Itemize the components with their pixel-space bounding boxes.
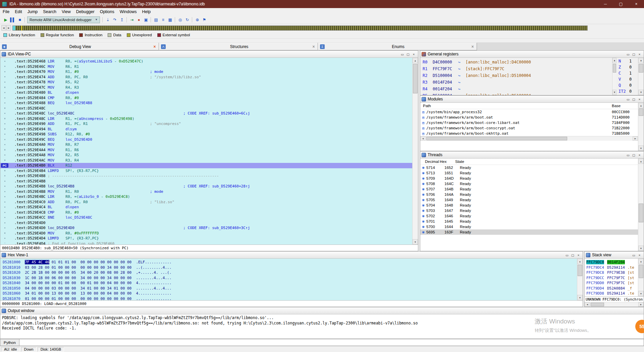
- modules-header[interactable]: Path Base: [420, 103, 638, 109]
- modules-titlebar[interactable]: Modules ▭ ▢ ×: [420, 96, 644, 103]
- asm-line[interactable]: .text:D529E4BC LDR R0, =(aLibzSo_0 - 0xD…: [0, 194, 412, 200]
- tab-enums[interactable]: ΣEnums×: [318, 43, 477, 50]
- hex-row[interactable]: D5281030 1C 00 1B 00 06 00 00 00 34 00 0…: [3, 275, 577, 281]
- scroll-up-icon[interactable]: ▲: [638, 58, 644, 63]
- thread-row[interactable]: ◉57011645Ready: [420, 219, 638, 224]
- step-into-icon[interactable]: ⇣: [104, 16, 111, 23]
- register-row[interactable]: R30014F204↪: [423, 79, 612, 86]
- asm-line[interactable]: .text:D529E4C8 CMP R0, #0: [0, 210, 412, 215]
- stack-scrollbar[interactable]: ▲ ▼: [638, 259, 644, 296]
- scroll-right-icon[interactable]: ►: [633, 136, 638, 141]
- column-decimal[interactable]: Decimal: [420, 160, 440, 164]
- scroll-left-icon[interactable]: ◄: [585, 302, 590, 307]
- scroll-up-icon[interactable]: ▲: [638, 159, 644, 164]
- scrollbar-thumb[interactable]: [426, 137, 567, 140]
- column-base[interactable]: Base: [612, 104, 638, 108]
- asm-line[interactable]: .text:D529E4B8 loc_D529E4B8 ; CODE XREF:…: [0, 184, 412, 189]
- scroll-down-icon[interactable]: ▼: [638, 90, 644, 95]
- continue-process-icon[interactable]: ▶: [2, 16, 9, 23]
- register-row[interactable]: R1FFC79F7C↪[stack]:FFC79F7C: [423, 65, 612, 72]
- panel-restore-button[interactable]: ▭: [564, 253, 570, 258]
- thread-row[interactable]: ◉57051649Ready: [420, 197, 638, 203]
- scroll-down-icon[interactable]: ▼: [638, 291, 644, 296]
- asm-line[interactable]: .text:D529E4D0 loc_D529E4D0 ; CODE XREF:…: [0, 225, 412, 231]
- breakpoint-list-icon[interactable]: ▣: [142, 16, 149, 23]
- follow-arrow-icon[interactable]: ↪: [458, 67, 466, 71]
- threads-scrollbar[interactable]: ▲ ▼: [638, 159, 644, 251]
- disassembly-scrollbar[interactable]: ▲ ▼: [412, 58, 418, 245]
- thread-row[interactable]: ◉5695163FReady: [420, 229, 638, 235]
- asm-line[interactable]: .text:D529E48C loc_D529E48C ; CODE XREF:…: [0, 111, 412, 116]
- scroll-right-icon[interactable]: ►: [638, 302, 644, 307]
- scroll-up-icon[interactable]: ▲: [638, 259, 644, 264]
- thread-row[interactable]: ◉57021646Ready: [420, 213, 638, 219]
- panel-restore-button[interactable]: ▭: [625, 97, 631, 102]
- module-row[interactable]: ▤/system/framework/arm/boot.oat7114D000: [420, 115, 638, 120]
- hex-row[interactable]: D5281020 2C 2B 1B 00 00 00 00 05 34 00 2…: [3, 270, 577, 275]
- hex-row[interactable]: D5281010 03 00 28 00 01 00 00 00 00 00 0…: [3, 265, 577, 270]
- asm-line[interactable]: .text:D529E4A0 MOV R0, R7: [0, 142, 412, 147]
- asm-line[interactable]: .text:D529E46C MOV R6, R1: [0, 64, 412, 70]
- scrollbar-thumb[interactable]: [578, 265, 582, 276]
- navband-left-arrow-icon[interactable]: ◄: [1, 25, 6, 31]
- open-modules-icon[interactable]: ▤: [152, 16, 159, 23]
- hex-dump-listing[interactable]: D5281000 7F 45 4C 46 01 01 01 00 00 00 0…: [0, 259, 577, 300]
- navband-right-arrow-icon[interactable]: ►: [6, 25, 11, 31]
- asm-line[interactable]: .text:D529E498 SUBS R12, R0, #0: [0, 132, 412, 137]
- scroll-down-icon[interactable]: ▼: [638, 246, 644, 251]
- registers-titlebar[interactable]: General registers ▭ ▢ ×: [420, 51, 644, 58]
- hex-row[interactable]: D5281040 34 00 00 00 00 01 00 00 00 01 0…: [3, 280, 577, 286]
- register-row[interactable]: R2D5100004↪[anon:libc_malloc]:D5100004: [423, 72, 612, 79]
- asm-line[interactable]: .text:D529E474 ADD R0, PC, R0 ; "/system…: [0, 75, 412, 80]
- menu-debugger[interactable]: Debugger: [73, 9, 97, 14]
- menu-search[interactable]: Search: [40, 9, 59, 14]
- tab-close-icon[interactable]: ×: [311, 44, 316, 49]
- scroll-down-icon[interactable]: ▼: [638, 145, 644, 151]
- hex-row[interactable]: D5281000 7F 45 4C 46 01 01 01 00 00 00 0…: [3, 260, 577, 265]
- asm-line[interactable]: .text:D529E4C4 BL dlopen: [0, 205, 412, 210]
- asm-line[interactable]: .text:D529E494 BL dlsym: [0, 127, 412, 132]
- refresh-memory-icon[interactable]: ↻: [183, 16, 191, 23]
- stack-row[interactable]: FFC79DD4D52A0884_f: [586, 286, 638, 291]
- asm-line[interactable]: .text:D529E4A8 MOV R2, R5: [0, 152, 412, 158]
- maximize-button[interactable]: ▢: [613, 0, 629, 8]
- scroll-up-icon[interactable]: ▲: [577, 259, 583, 264]
- hex-row[interactable]: D5281050 04 00 00 00 03 00 00 00 34 01 0…: [3, 286, 577, 291]
- run-to-cursor-icon[interactable]: ⇥: [128, 16, 135, 23]
- panel-restore-button[interactable]: ▭: [631, 253, 637, 258]
- register-value[interactable]: FFC79F7C: [433, 67, 458, 71]
- hex-dump-view[interactable]: D5281000 7F 45 4C 46 01 01 01 00 00 00 0…: [0, 259, 583, 300]
- hex-row[interactable]: D5281070 01 00 00 00 01 00 00 00 00 00 0…: [3, 296, 577, 301]
- breakpoint-icon[interactable]: ●: [135, 16, 142, 23]
- asm-line[interactable]: .text:D529E4B4 LDMFD SP!, {R3-R7,PC}: [0, 168, 412, 174]
- register-value[interactable]: 0014F204: [433, 87, 458, 91]
- module-row[interactable]: ▤/system/framework/arm/boot-conscrypt.oa…: [420, 125, 638, 131]
- asm-line[interactable]: .text:D529E4B8: [0, 179, 412, 184]
- asm-line[interactable]: .text:D529E48C: [0, 106, 412, 111]
- scroll-down-icon[interactable]: ▼: [413, 239, 418, 245]
- threads-list[interactable]: ◉57141652Ready◉57131651Ready◉5709164DRea…: [420, 165, 638, 235]
- pause-process-icon[interactable]: ▌▌: [9, 16, 16, 23]
- stack-row[interactable]: FFC79DC00014F204: [586, 260, 638, 265]
- module-row[interactable]: ▤/system/framework/arm/boot-okhttp.oat71…: [420, 131, 638, 136]
- asm-line[interactable]: .text:D529E4D0 MOV R0, #0xFFFFFFFD: [0, 231, 412, 236]
- menu-edit[interactable]: Edit: [12, 9, 25, 14]
- stack-row[interactable]: FFC79DC8FFC79E38[st: [586, 270, 638, 275]
- asm-line[interactable]: .text:D529E4AC MOV R3, R4: [0, 158, 412, 163]
- follow-arrow-icon[interactable]: ↪: [458, 87, 466, 91]
- panel-maximize-button[interactable]: ▢: [570, 253, 576, 258]
- open-threads-icon[interactable]: ≡: [159, 16, 166, 23]
- run-until-return-icon[interactable]: ↥: [118, 16, 125, 23]
- step-over-icon[interactable]: ↷: [111, 16, 118, 23]
- asm-line[interactable]: .text:D529E470 MOV R1, #0 ; mode: [0, 69, 412, 75]
- asm-line[interactable]: .text:D529E468 LDR R0, =(aSystemLibLibzS…: [0, 59, 412, 64]
- column-state[interactable]: State: [455, 160, 638, 164]
- scroll-up-icon[interactable]: ▲: [638, 103, 644, 108]
- asm-line[interactable]: .text:D529E478 MOV R5, R2: [0, 80, 412, 85]
- modules-list[interactable]: ▤/system/bin/app_process3200CCC000▤/syst…: [420, 109, 638, 136]
- panel-maximize-button[interactable]: ▢: [631, 152, 637, 158]
- menu-windows[interactable]: Windows: [117, 9, 140, 14]
- registers-scrollbar[interactable]: ▲ ▼: [638, 58, 644, 95]
- stack-row[interactable]: FFC79DD8D529A114.te: [586, 291, 638, 296]
- asm-line[interactable]: .text:D529E47C MOV R4, R3: [0, 85, 412, 90]
